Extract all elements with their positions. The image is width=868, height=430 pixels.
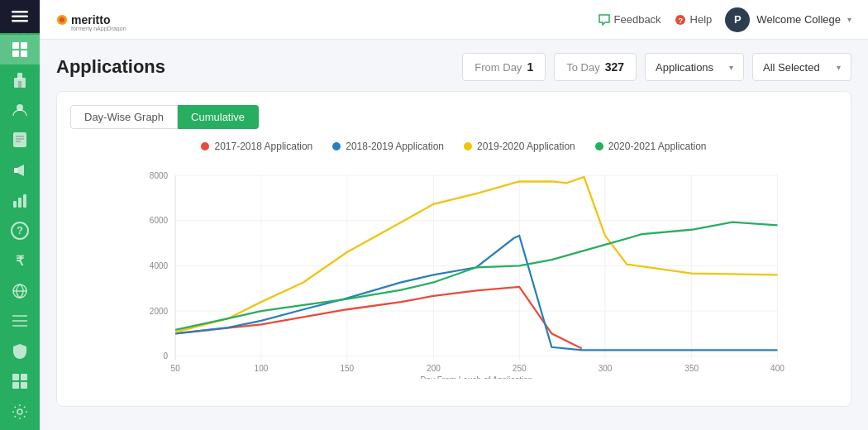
applications-chevron: ▾ [729, 63, 733, 72]
svg-text:250: 250 [513, 364, 527, 373]
svg-rect-16 [13, 201, 17, 208]
applications-dropdown[interactable]: Applications ▾ [645, 53, 744, 81]
svg-rect-6 [21, 50, 27, 57]
to-label: To Day [566, 61, 599, 74]
svg-text:8000: 8000 [150, 171, 169, 180]
from-label: From Day [475, 61, 522, 74]
svg-text:400: 400 [770, 364, 785, 373]
legend-dot-2020 [595, 142, 603, 150]
user-name: Welcome College [756, 13, 841, 26]
svg-rect-26 [21, 382, 27, 389]
legend-item-2018: 2018-2019 Application [332, 141, 444, 152]
sidebar-item-gallery[interactable] [0, 366, 40, 396]
svg-rect-2 [12, 20, 28, 22]
svg-text:formerly nAppDragon: formerly nAppDragon [71, 26, 126, 31]
feedback-button[interactable]: Feedback [599, 13, 661, 26]
tab-row: Day-Wise Graph Cumulative [70, 105, 837, 129]
legend-dot-2017 [201, 142, 209, 150]
legend-item-2019: 2019-2020 Application [464, 141, 575, 152]
sidebar-item-reports[interactable] [0, 185, 40, 215]
svg-text:4000: 4000 [150, 261, 169, 270]
page-content: Applications From Day 1 To Day 327 Appli… [40, 40, 868, 430]
svg-text:300: 300 [599, 364, 613, 373]
line-2020 [175, 222, 777, 330]
chart-svg: 8000 6000 4000 2000 0 50 100 150 200 250… [70, 160, 837, 379]
svg-rect-9 [18, 81, 21, 88]
sidebar-item-list[interactable] [0, 306, 40, 336]
svg-rect-1 [12, 15, 28, 17]
svg-text:2000: 2000 [150, 307, 169, 316]
all-selected-label: All Selected [763, 61, 820, 74]
legend-dot-2018 [332, 142, 341, 150]
svg-rect-8 [17, 73, 22, 79]
sidebar-item-settings[interactable] [0, 397, 40, 427]
svg-text:0: 0 [164, 351, 169, 361]
line-2017 [175, 287, 582, 349]
applications-label: Applications [656, 61, 713, 74]
sidebar-item-fees[interactable]: ₹ [0, 246, 40, 275]
svg-rect-0 [12, 11, 28, 13]
line-2019 [175, 177, 777, 332]
chart-card: Day-Wise Graph Cumulative 2017-2018 Appl… [56, 91, 851, 407]
from-value: 1 [527, 60, 533, 74]
svg-rect-25 [12, 382, 19, 389]
to-value: 327 [605, 60, 624, 74]
user-chevron: ▾ [847, 15, 851, 24]
tab-cumulative[interactable]: Cumulative [178, 105, 259, 129]
svg-text:150: 150 [340, 364, 354, 373]
page-header: Applications From Day 1 To Day 327 Appli… [56, 53, 851, 81]
page-title: Applications [56, 56, 165, 78]
sidebar-item-dashboard[interactable] [0, 35, 40, 64]
from-day-control[interactable]: From Day 1 [462, 53, 546, 81]
svg-rect-4 [21, 42, 27, 49]
legend-item-2020: 2020-2021 Application [595, 141, 707, 152]
sidebar-item-security[interactable] [0, 337, 40, 366]
logo: meritto formerly nAppDragon [56, 8, 147, 31]
svg-text:350: 350 [684, 364, 699, 373]
tab-day-wise[interactable]: Day-Wise Graph [70, 105, 178, 129]
to-day-control[interactable]: To Day 327 [554, 53, 637, 81]
all-selected-dropdown[interactable]: All Selected ▾ [752, 53, 851, 81]
svg-rect-3 [12, 42, 19, 49]
svg-point-27 [17, 409, 22, 414]
help-button[interactable]: ? Help [675, 13, 713, 26]
sidebar-item-marketing[interactable] [0, 155, 40, 185]
sidebar-item-institute[interactable] [0, 64, 40, 94]
topnav-right: Feedback ? Help P Welcome College ▾ [599, 7, 851, 32]
user-menu-button[interactable]: P Welcome College ▾ [725, 7, 851, 32]
sidebar-item-help[interactable]: ? [0, 216, 40, 246]
chart-legend: 2017-2018 Application 2018-2019 Applicat… [70, 141, 837, 152]
svg-rect-23 [12, 374, 19, 380]
sidebar-item-contacts[interactable] [0, 95, 40, 125]
chart-area: 8000 6000 4000 2000 0 50 100 150 200 250… [70, 160, 837, 379]
svg-text:50: 50 [171, 364, 181, 373]
sidebar-menu-toggle[interactable] [0, 0, 40, 33]
svg-text:?: ? [678, 17, 683, 25]
svg-rect-17 [18, 198, 21, 208]
svg-rect-18 [23, 194, 26, 208]
legend-item-2017: 2017-2018 Application [201, 141, 312, 152]
svg-rect-5 [12, 50, 19, 57]
svg-point-29 [60, 17, 64, 22]
legend-dot-2019 [464, 142, 472, 150]
line-2018 [175, 236, 777, 350]
svg-text:100: 100 [255, 364, 269, 373]
sidebar-item-documents[interactable] [0, 125, 40, 155]
svg-text:Day From Lauch of Application: Day From Lauch of Application [420, 375, 532, 379]
all-selected-chevron: ▾ [837, 63, 841, 72]
topnav: meritto formerly nAppDragon Feedback ? H… [40, 0, 868, 40]
svg-text:6000: 6000 [150, 216, 169, 225]
help-label: Help [690, 13, 713, 26]
feedback-label: Feedback [614, 13, 661, 26]
user-avatar: P [725, 7, 750, 32]
sidebar-item-website[interactable] [0, 276, 40, 306]
svg-rect-15 [14, 168, 17, 173]
svg-text:meritto: meritto [71, 13, 110, 26]
svg-text:200: 200 [427, 364, 441, 373]
header-controls: From Day 1 To Day 327 Applications ▾ All… [462, 53, 851, 81]
svg-rect-11 [13, 132, 26, 147]
svg-rect-24 [21, 374, 27, 380]
